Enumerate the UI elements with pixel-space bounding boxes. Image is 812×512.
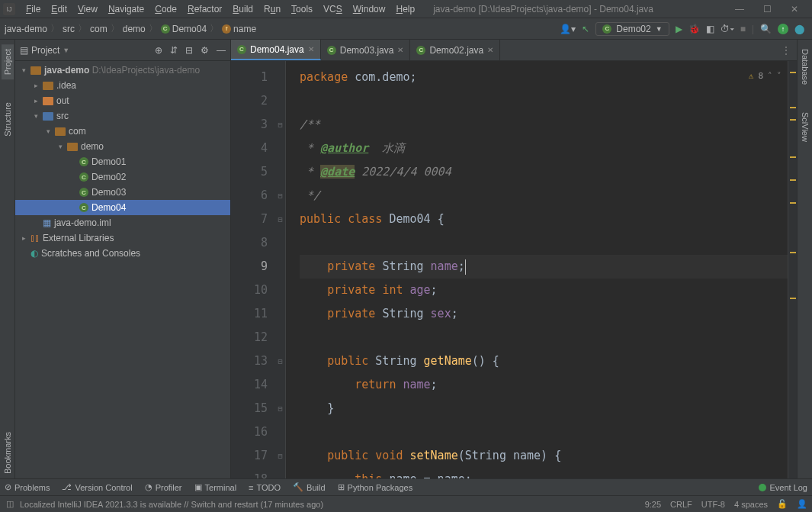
hide-panel-icon[interactable]: — xyxy=(217,45,226,56)
tool-bookmarks-tab[interactable]: Bookmarks xyxy=(2,427,14,478)
memory-indicator-icon[interactable]: 👤 xyxy=(797,499,807,510)
select-opened-file-icon[interactable]: ⊕ xyxy=(155,45,162,56)
tab-demo04[interactable]: C Demo04.java ✕ xyxy=(231,40,321,60)
tree-src[interactable]: ▾ src xyxy=(15,108,230,124)
tool-database-tab[interactable]: Database xyxy=(799,44,811,89)
run-config-selector[interactable]: C Demo02 ▼ xyxy=(595,22,669,36)
tree-scratches[interactable]: ◐ Scratches and Consoles xyxy=(15,246,230,261)
chevron-down-icon[interactable]: ▾ xyxy=(20,66,27,74)
run-button[interactable]: ▶ xyxy=(676,24,682,34)
chevron-right-icon[interactable]: ▸ xyxy=(32,82,40,89)
tool-python-packages[interactable]: ⊞Python Packages xyxy=(338,482,413,492)
menu-refactor[interactable]: Refactor xyxy=(183,2,226,16)
file-encoding[interactable]: UTF-8 xyxy=(701,500,725,509)
project-view-selector[interactable]: ▤ Project ▼ xyxy=(20,45,150,56)
chevron-down-icon[interactable]: ▾ xyxy=(32,112,40,120)
build-hammer-icon[interactable]: ↖ xyxy=(582,24,589,34)
menu-build[interactable]: Build xyxy=(228,2,258,16)
settings-gear-icon[interactable]: ⚙ xyxy=(201,45,209,56)
module-icon xyxy=(30,66,41,75)
close-tab-icon[interactable]: ✕ xyxy=(308,45,314,53)
close-tab-icon[interactable]: ✕ xyxy=(487,46,493,54)
tree-demo[interactable]: ▾ demo xyxy=(15,139,230,154)
tool-version-control[interactable]: ⎇Version Control xyxy=(62,482,132,492)
menu-navigate[interactable]: Navigate xyxy=(104,2,149,16)
debug-button[interactable]: 🐞 xyxy=(688,24,700,34)
menu-window[interactable]: Window xyxy=(348,2,390,16)
tool-event-log[interactable]: Event Log xyxy=(759,483,807,492)
tree-demo02[interactable]: C Demo02 xyxy=(15,169,230,185)
project-tree[interactable]: ▾ java-demo D:\IdeaProjects\java-demo ▸ … xyxy=(15,61,230,478)
tabs-more-icon[interactable]: ⋮ xyxy=(775,40,797,60)
readonly-lock-icon[interactable]: 🔓 xyxy=(777,499,788,510)
menu-help[interactable]: Help xyxy=(391,2,419,16)
crumb-class[interactable]: CDemo04 xyxy=(161,24,207,34)
menu-run[interactable]: Run xyxy=(259,2,285,16)
crumb-root[interactable]: java-demo xyxy=(5,24,47,34)
chevron-right-icon: 〉 xyxy=(78,22,87,35)
tab-demo02[interactable]: C Demo02.java ✕ xyxy=(410,40,500,60)
caret-position[interactable]: 9:25 xyxy=(645,500,661,509)
tree-ext-libs[interactable]: ▸ ⫿⫿ External Libraries xyxy=(15,230,230,246)
tree-demo03[interactable]: C Demo03 xyxy=(15,185,230,200)
maximize-button[interactable]: ☐ xyxy=(759,4,775,14)
chevron-right-icon[interactable]: ▸ xyxy=(32,97,40,105)
coverage-button[interactable]: ◧ xyxy=(706,24,714,34)
code-content[interactable]: ⚠ 8 ˄ ˅ package com.demo; /** * @author … xyxy=(286,61,788,478)
chevron-down-icon[interactable]: ▾ xyxy=(56,143,64,150)
tool-structure-tab[interactable]: Structure xyxy=(2,98,14,141)
tree-iml[interactable]: ▦ java-demo.iml xyxy=(15,215,230,230)
tool-profiler[interactable]: ◔Profiler xyxy=(145,482,182,492)
tree-out[interactable]: ▸ out xyxy=(15,93,230,108)
tool-todo[interactable]: ≡TODO xyxy=(249,483,281,492)
chevron-up-icon[interactable]: ˄ xyxy=(768,64,772,88)
tree-demo01[interactable]: C Demo01 xyxy=(15,154,230,169)
inspections-widget[interactable]: ⚠ 8 ˄ ˅ xyxy=(749,64,782,88)
line-separator[interactable]: CRLF xyxy=(670,500,692,509)
search-everywhere-button[interactable]: 🔍 xyxy=(760,24,772,34)
close-button[interactable]: ✕ xyxy=(786,4,803,14)
menu-tools[interactable]: Tools xyxy=(287,2,317,16)
class-icon: C xyxy=(79,188,88,197)
menu-view[interactable]: View xyxy=(73,2,102,16)
tool-build[interactable]: 🔨Build xyxy=(293,482,325,492)
stop-button[interactable]: ■ xyxy=(740,24,746,34)
tree-com[interactable]: ▾ com xyxy=(15,124,230,139)
profile-button[interactable]: ⏱▾ xyxy=(721,24,734,34)
tree-idea[interactable]: ▸ .idea xyxy=(15,78,230,93)
tool-window-quick-access-icon[interactable]: ◫ xyxy=(5,499,15,510)
tab-demo03[interactable]: C Demo03.java ✕ xyxy=(321,40,411,60)
crumb-field[interactable]: fname xyxy=(222,24,256,34)
tool-terminal[interactable]: ▣Terminal xyxy=(194,482,237,492)
ide-scripting-icon[interactable]: ⬤ xyxy=(794,24,804,34)
tool-problems[interactable]: ⊘Problems xyxy=(5,482,50,492)
expand-all-icon[interactable]: ⇵ xyxy=(170,45,178,56)
minimize-button[interactable]: — xyxy=(731,4,748,14)
crumb-src[interactable]: src xyxy=(63,24,75,34)
menu-code[interactable]: Code xyxy=(150,2,181,16)
tree-demo04[interactable]: C Demo04 xyxy=(15,200,230,215)
tool-project-tab[interactable]: Project xyxy=(2,44,14,79)
error-stripe[interactable] xyxy=(788,61,797,478)
menu-file[interactable]: File xyxy=(21,2,45,16)
tool-sciview-tab[interactable]: SciView xyxy=(799,108,811,147)
tree-root[interactable]: ▾ java-demo D:\IdeaProjects\java-demo xyxy=(15,63,230,78)
menu-vcs[interactable]: VCS xyxy=(319,2,347,16)
chevron-down-icon[interactable]: ▾ xyxy=(44,127,52,135)
chevron-right-icon[interactable]: ▸ xyxy=(20,234,27,242)
status-message[interactable]: ◫ Localized IntelliJ IDEA 2021.3.3 is av… xyxy=(5,499,645,510)
update-button[interactable]: ↑ xyxy=(778,24,788,34)
menu-edit[interactable]: Edit xyxy=(47,2,72,16)
collapse-all-icon[interactable]: ⊟ xyxy=(185,45,193,56)
add-config-icon[interactable]: 👤▾ xyxy=(560,24,576,34)
main-content: Project Structure Bookmarks ▤ Project ▼ … xyxy=(0,40,812,478)
line-number-gutter[interactable]: 123456789101112131415161718 xyxy=(231,61,275,478)
code-editor[interactable]: 123456789101112131415161718 ⊟ ⊟⊟ ⊟ ⊟ ⊟ ⚠… xyxy=(231,61,797,478)
chevron-down-icon[interactable]: ˅ xyxy=(777,64,782,88)
crumb-com[interactable]: com xyxy=(90,24,108,34)
indent-info[interactable]: 4 spaces xyxy=(734,500,768,509)
close-tab-icon[interactable]: ✕ xyxy=(397,46,403,54)
fold-gutter[interactable]: ⊟ ⊟⊟ ⊟ ⊟ ⊟ xyxy=(275,61,286,478)
tab-label: Demo04.java xyxy=(250,44,304,55)
crumb-demo[interactable]: demo xyxy=(123,24,146,34)
